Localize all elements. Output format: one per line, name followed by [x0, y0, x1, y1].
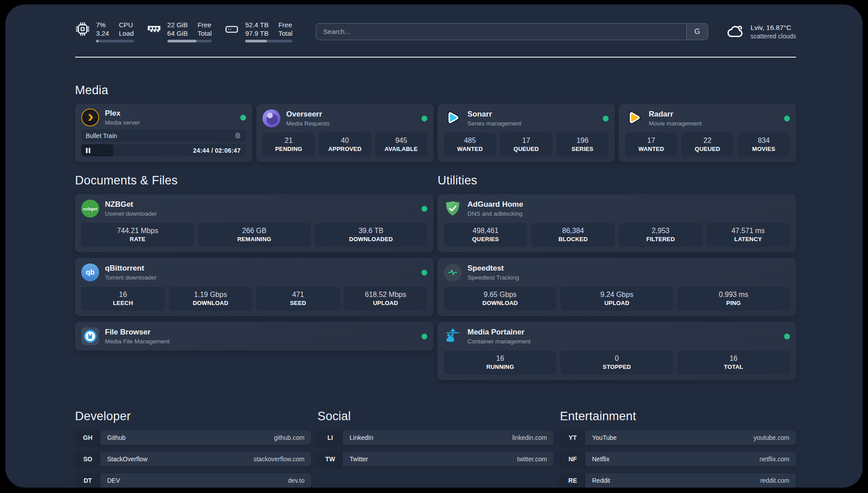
bookmark-abbr: NF [560, 452, 585, 466]
memory-free-label: Free [197, 21, 212, 29]
app-desc: Series management [467, 120, 522, 127]
status-dot [421, 270, 427, 276]
bookmark-name: StackOverflow [107, 455, 147, 463]
weather-location-temp: Lviv, 16.87°C [751, 23, 796, 32]
cpu-usage-value: 7% [96, 21, 109, 29]
stat-value: 618.52 Mbps [346, 290, 426, 299]
stat-value: 266 GB [200, 226, 309, 235]
cpu-usage-label: CPU [119, 21, 134, 29]
pause-icon[interactable] [86, 148, 91, 153]
memory-total-value: 64 GiB [167, 29, 188, 38]
stat-tile: 9.65 Gbps DOWNLOAD [444, 287, 556, 311]
nzbget-icon: nzbget [81, 200, 99, 217]
stat-label: DOWNLOAD [171, 300, 250, 307]
stat-value: 21 [264, 136, 313, 145]
stat-tile: 618.52 Mbps UPLOAD [344, 287, 427, 311]
search-bar: G [316, 23, 708, 40]
stat-tile: 266 GB REMAINING [198, 223, 310, 247]
bookmark-twitter[interactable]: TW Twitter twitter.com [317, 452, 554, 466]
stat-label: RUNNING [446, 363, 555, 371]
card-plex[interactable]: Plex Media server Bullet Train [75, 104, 252, 162]
weather-condition: scattered clouds [751, 32, 796, 40]
top-bar: 7% 3.24 CPU Load [75, 21, 796, 42]
app-desc: DNS and adblocking [467, 210, 523, 217]
bookmark-url: stackoverflow.com [254, 455, 305, 463]
stat-label: UPLOAD [346, 300, 426, 307]
app-name: Sonarr [467, 109, 522, 119]
stat-value: 0 [562, 354, 671, 363]
app-desc: Usenet downloader [105, 210, 157, 217]
disk-free-label: Free [278, 21, 292, 29]
stat-tile: 471 SEED [256, 287, 340, 311]
bookmark-reddit[interactable]: RE Reddit reddit.com [560, 473, 796, 488]
app-desc: Media Requests [286, 120, 330, 127]
bookmark-name: Netflix [592, 455, 609, 463]
card-adguard[interactable]: AdGuard Home DNS and adblocking 498,461 … [438, 194, 796, 252]
stat-tile: 1.19 Gbps DOWNLOAD [169, 287, 252, 311]
gear-icon[interactable] [234, 132, 242, 139]
entertainment-column: Entertainment YT YouTube youtube.com NF … [560, 409, 796, 488]
stat-tile: 834 MOVIES [738, 133, 790, 157]
search-engine-button[interactable]: G [686, 24, 708, 40]
card-filebrowser[interactable]: File Browser Media File Management [75, 322, 434, 351]
filebrowser-icon [81, 327, 99, 345]
stat-tile: 16 TOTAL [677, 351, 790, 375]
stat-value: 945 [377, 136, 426, 145]
card-qbittorrent[interactable]: qb qBittorrent Torrent downloader 16 LEE… [75, 258, 434, 316]
search-engine-label: G [694, 28, 700, 36]
stat-label: REMAINING [200, 236, 309, 243]
stat-tile: 86,384 BLOCKED [531, 223, 615, 247]
bookmark-abbr: LI [317, 430, 343, 445]
bookmark-name: DEV [107, 477, 120, 484]
card-portainer[interactable]: Media Portainer Container management 16 … [438, 322, 796, 380]
app-name: AdGuard Home [467, 200, 523, 209]
stat-label: QUEUED [502, 146, 551, 153]
stat-label: AVAILABLE [377, 146, 426, 153]
qbittorrent-icon-text: qb [86, 268, 95, 276]
bookmark-stackoverflow[interactable]: SO StackOverflow stackoverflow.com [75, 452, 311, 466]
card-radarr[interactable]: Radarr Movie management 17 WANTED 22 QUE… [619, 104, 796, 162]
search-input[interactable] [316, 24, 686, 40]
stat-tile: 0.993 ms PING [677, 287, 790, 311]
section-title-media: Media [75, 84, 796, 97]
sonarr-icon [444, 109, 462, 127]
stat-label: LEECH [83, 300, 163, 307]
cpu-icon [75, 21, 90, 37]
app-desc: Speedtest Tracking [467, 274, 519, 281]
stat-label: RATE [83, 236, 192, 243]
memory-total-label: Total [197, 29, 212, 38]
now-playing-progress-bar[interactable]: 24:44 / 02:06:47 [81, 144, 246, 156]
weather-widget[interactable]: Lviv, 16.87°C scattered clouds [726, 22, 796, 41]
card-speedtest[interactable]: Speedtest Speedtest Tracking 9.65 Gbps D… [438, 258, 796, 316]
bookmark-url: youtube.com [754, 434, 789, 441]
app-desc: Media File Management [105, 338, 170, 345]
stat-label: DOWNLOAD [446, 300, 555, 307]
stat-label: BLOCKED [533, 236, 613, 243]
card-nzbget[interactable]: nzbget NZBGet Usenet downloader 744.21 M… [75, 194, 434, 252]
bookmark-youtube[interactable]: YT YouTube youtube.com [560, 430, 796, 445]
stat-tile: 16 LEECH [81, 287, 165, 311]
app-desc: Media server [105, 119, 140, 126]
bookmark-abbr: YT [560, 430, 585, 445]
disk-free-value: 52.4 TB [245, 21, 268, 29]
section-title-documents: Documents & Files [75, 174, 434, 188]
cloud-icon [726, 22, 745, 41]
stat-value: 744.21 Mbps [83, 226, 192, 235]
stat-value: 17 [627, 136, 676, 145]
bookmark-linkedin[interactable]: LI LinkedIn linkedin.com [317, 430, 554, 445]
utilities-column: Utilities [438, 174, 796, 380]
bookmark-github[interactable]: GH Github github.com [75, 430, 311, 445]
card-sonarr[interactable]: Sonarr Series management 485 WANTED 17 Q… [438, 104, 615, 162]
stat-tile: 40 APPROVED [319, 133, 371, 157]
stat-tile: 2,953 FILTERED [619, 223, 702, 247]
section-title-developer: Developer [75, 409, 311, 423]
app-name: Radarr [649, 109, 702, 119]
bookmark-dev[interactable]: DT DEV dev.to [75, 473, 311, 488]
bookmark-url: dev.to [288, 477, 305, 484]
stat-tile: 498,461 QUERIES [444, 223, 527, 247]
bookmark-netflix[interactable]: NF Netflix netflix.com [560, 452, 796, 466]
status-dot [603, 116, 609, 121]
now-playing-title: Bullet Train [86, 132, 117, 139]
card-overseerr[interactable]: Overseerr Media Requests 21 PENDING 40 A… [256, 104, 434, 162]
app-desc: Container management [467, 338, 530, 345]
